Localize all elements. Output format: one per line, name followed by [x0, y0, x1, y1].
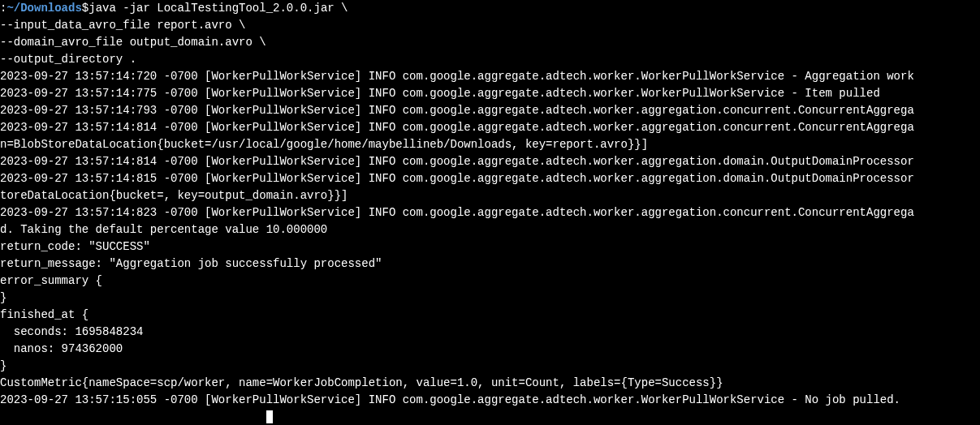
output-line: error_summary {	[0, 273, 980, 290]
output-line: CustomMetric{nameSpace=scp/worker, name=…	[0, 375, 980, 392]
cursor	[266, 410, 273, 423]
output-line: 2023-09-27 13:57:14:814 -0700 [WorkerPul…	[0, 119, 980, 136]
output-line: seconds: 1695848234	[0, 324, 980, 341]
output-line: 2023-09-27 13:57:14:793 -0700 [WorkerPul…	[0, 102, 980, 119]
terminal-window[interactable]: :~/Downloads$ java -jar LocalTestingTool…	[0, 0, 980, 425]
output-line: finished_at {	[0, 307, 980, 324]
prompt-dollar: $	[82, 0, 89, 17]
prompt-line: :~/Downloads$ java -jar LocalTestingTool…	[0, 0, 980, 17]
output-line: 2023-09-27 13:57:14:775 -0700 [WorkerPul…	[0, 85, 980, 102]
output-line: --domain_avro_file output_domain.avro \	[0, 34, 980, 51]
output-line: --input_data_avro_file report.avro \	[0, 17, 980, 34]
output-line: 2023-09-27 13:57:14:814 -0700 [WorkerPul…	[0, 153, 980, 170]
cursor-line	[0, 409, 980, 425]
output-line: 2023-09-27 13:57:14:720 -0700 [WorkerPul…	[0, 68, 980, 85]
prompt-path: ~/Downloads	[6, 0, 81, 17]
output-line: --output_directory .	[0, 51, 980, 68]
output-text: 2023-09-27 13:57:15:055 -0700 [WorkerPul…	[0, 393, 900, 406]
output-line: 2023-09-27 13:57:15:055 -0700 [WorkerPul…	[0, 392, 980, 409]
output-line: d. Taking the default percentage value 1…	[0, 221, 980, 238]
command-text: java -jar LocalTestingTool_2.0.0.jar \	[89, 0, 348, 17]
output-line: 2023-09-27 13:57:14:823 -0700 [WorkerPul…	[0, 204, 980, 221]
output-line: return_code: "SUCCESS"	[0, 238, 980, 255]
output-line: toreDataLocation{bucket=, key=output_dom…	[0, 187, 980, 204]
output-line: }	[0, 358, 980, 375]
output-line: 2023-09-27 13:57:14:815 -0700 [WorkerPul…	[0, 170, 980, 187]
prompt-colon: :	[0, 0, 6, 17]
output-line: return_message: "Aggregation job success…	[0, 255, 980, 273]
output-line: n=BlobStoreDataLocation{bucket=/usr/loca…	[0, 136, 980, 153]
output-line: nanos: 974362000	[0, 341, 980, 358]
output-line: }	[0, 290, 980, 307]
